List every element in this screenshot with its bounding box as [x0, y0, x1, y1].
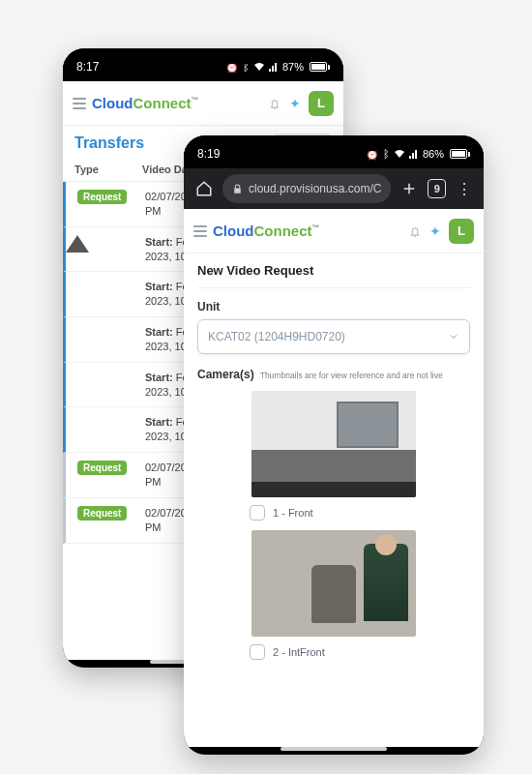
more-icon[interactable]: ⋮ [456, 180, 472, 197]
new-request-page: New Video Request Unit KCAT02 (1204H9HD0… [184, 253, 484, 747]
bell-icon[interactable] [268, 97, 281, 110]
camera-option: 1 - Front [197, 391, 470, 521]
camera-label: 1 - Front [273, 507, 313, 519]
home-indicator [281, 747, 387, 751]
url-text: cloud.provisionusa.com/C [249, 182, 381, 195]
chevron-down-icon [448, 331, 459, 342]
camera-checkbox[interactable] [250, 505, 265, 521]
unit-label: Unit [197, 300, 470, 313]
battery-icon [308, 62, 330, 72]
camera-thumbnail-front [251, 391, 416, 497]
url-field[interactable]: cloud.provisionusa.com/C [222, 174, 391, 203]
phone-notch [150, 48, 256, 64]
request-badge: Request [77, 461, 127, 475]
page-title: New Video Request [197, 253, 470, 288]
camera-label: 2 - IntFront [273, 646, 325, 658]
status-icons: ⏰ ᛒ 86% [366, 148, 470, 161]
browser-address-bar: cloud.provisionusa.com/C 9 ⋮ [184, 168, 484, 209]
unit-select[interactable]: KCAT02 (1204H9HD0720) [197, 319, 470, 354]
wifi-icon [394, 149, 405, 159]
new-tab-icon[interactable] [400, 180, 418, 197]
user-avatar[interactable]: L [449, 219, 474, 244]
signal-icon [269, 62, 279, 72]
logo: CloudConnect™ [193, 223, 320, 239]
app-header: CloudConnect™ ✦ L [63, 81, 343, 126]
user-avatar[interactable]: L [309, 91, 334, 116]
status-time: 8:17 [76, 60, 99, 74]
battery-pct: 87% [282, 61, 304, 73]
bluetooth-icon: ᛒ [383, 148, 390, 160]
battery-pct: 86% [423, 148, 444, 160]
sparkle-icon[interactable]: ✦ [429, 223, 441, 239]
phone-notch [281, 135, 387, 151]
camera-thumbnail-intfront [251, 530, 416, 637]
request-badge: Request [77, 190, 127, 204]
request-badge: Request [77, 506, 127, 521]
cameras-hint: Thumbnails are for view reference and ar… [260, 371, 443, 380]
lock-icon [232, 184, 243, 194]
brand-text: CloudConnect™ [92, 95, 199, 111]
tab-count[interactable]: 9 [428, 179, 446, 198]
col-type: Type [74, 164, 133, 175]
cameras-label: Camera(s) [197, 368, 254, 381]
unit-value: KCAT02 (1204H9HD0720) [208, 330, 345, 343]
signal-icon [409, 149, 419, 159]
camera-option: 2 - IntFront [197, 530, 470, 660]
logo: CloudConnect™ [73, 95, 199, 111]
menu-icon[interactable] [193, 225, 207, 237]
app-header: CloudConnect™ ✦ L [184, 209, 484, 253]
camera-checkbox[interactable] [250, 644, 265, 660]
home-icon[interactable] [195, 180, 213, 197]
brand-text: CloudConnect™ [213, 223, 320, 239]
menu-icon[interactable] [73, 98, 86, 109]
sparkle-icon[interactable]: ✦ [289, 96, 301, 111]
page-title: Transfers [74, 134, 144, 152]
battery-icon [448, 149, 470, 159]
wifi-icon [253, 62, 265, 72]
bell-icon[interactable] [408, 224, 422, 238]
phone-request: 8:19 ⏰ ᛒ 86% cloud.provisionusa.com/C [184, 135, 484, 755]
status-time: 8:19 [197, 147, 220, 161]
